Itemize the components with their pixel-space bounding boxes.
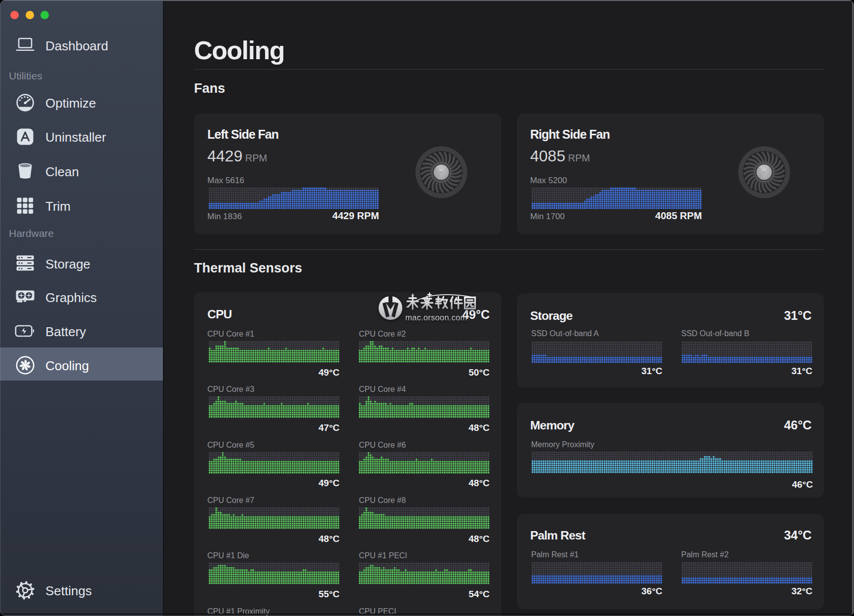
svg-text:mac.orsoon.com: mac.orsoon.com [405, 313, 467, 322]
